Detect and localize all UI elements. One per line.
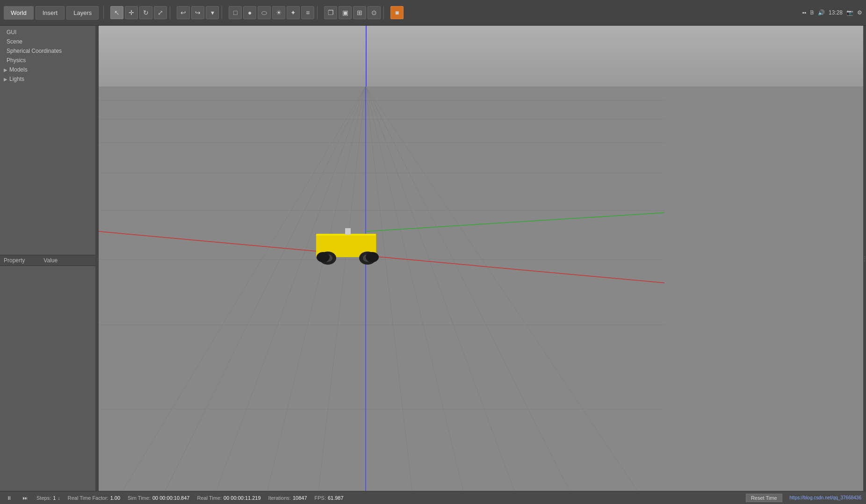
reset-time-button[interactable]: Reset Time — [746, 494, 782, 502]
sidebar-item-scene[interactable]: Scene — [0, 37, 95, 46]
sidebar-item-models[interactable]: ▶ Models — [0, 65, 95, 74]
sun-tool[interactable]: ☀ — [272, 6, 285, 19]
viewport-canvas — [99, 26, 863, 491]
toolbar-separator-1 — [103, 6, 104, 19]
fps: FPS: 61.987 — [315, 495, 344, 501]
toolbar-sim: ■ — [390, 6, 404, 19]
directional-light-tool[interactable]: ≡ — [301, 6, 314, 19]
vehicle-svg — [307, 220, 389, 271]
toolbar-separator-2 — [170, 6, 170, 19]
z-axis-sky — [366, 26, 367, 86]
clone-tool[interactable]: ❐ — [324, 6, 337, 19]
tab-insert[interactable]: Insert — [36, 6, 65, 20]
bluetooth-icon: 𝔹 — [810, 9, 814, 16]
record-tool[interactable]: ⊙ — [368, 6, 381, 19]
svg-line-10 — [202, 86, 366, 491]
property-col-label: Property — [4, 257, 25, 264]
sidebar-item-spherical-coords[interactable]: Spherical Coordinates — [0, 46, 95, 56]
svg-line-17 — [366, 86, 590, 491]
tab-world[interactable]: World — [4, 6, 34, 20]
redo-btn[interactable]: ↪ — [191, 6, 204, 19]
left-sidebar: GUI Scene Spherical Coordinates Physics … — [0, 26, 96, 491]
steps-value: 1 — [53, 495, 56, 501]
property-header: Property Value — [0, 255, 95, 266]
main-content: GUI Scene Spherical Coordinates Physics … — [0, 26, 866, 491]
toolbar-extra: ❐ ▣ ⊞ ⊙ — [324, 6, 381, 19]
toolbar-shapes: □ ● ⬭ ☀ ✦ ≡ — [229, 6, 314, 19]
rotate-tool[interactable]: ↻ — [139, 6, 152, 19]
sidebar-item-physics[interactable]: Physics — [0, 56, 95, 65]
url-text: https://blog.csdn.net/qq_37668436 — [790, 495, 861, 500]
svg-line-9 — [145, 86, 366, 491]
sidebar-item-lights[interactable]: ▶ Lights — [0, 74, 95, 84]
sim-time: Sim Time: 00 00:00:10.847 — [128, 495, 189, 501]
align-tool[interactable]: ⊞ — [353, 6, 366, 19]
right-resize-handle[interactable]: ⋮ — [863, 26, 866, 491]
svg-rect-23 — [345, 228, 351, 235]
world-panel: GUI Scene Spherical Coordinates Physics … — [0, 26, 95, 255]
svg-line-18 — [366, 86, 664, 491]
toolbar-separator-5 — [383, 6, 384, 19]
step-button[interactable]: ⏭ — [21, 494, 29, 502]
box-tool[interactable]: □ — [229, 6, 242, 19]
pause-button[interactable]: ⏸ — [5, 494, 13, 502]
top-right-icons: ▪▪ 𝔹 🔊 13:28 📷 ⚙ — [802, 9, 862, 16]
models-expand-arrow: ▶ — [4, 67, 7, 72]
sim-play-btn[interactable]: ■ — [390, 6, 404, 19]
iterations: Iterations: 10847 — [268, 495, 307, 501]
point-light-tool[interactable]: ✦ — [287, 6, 300, 19]
svg-line-11 — [258, 86, 366, 491]
scale-tool[interactable]: ⤢ — [154, 6, 167, 19]
svg-line-20 — [366, 213, 664, 231]
toolbar-history: ↩ ↪ ▾ — [177, 6, 219, 19]
real-time-factor: Real Time Factor: 1.00 — [68, 495, 120, 501]
toolbar-separator-4 — [317, 6, 318, 19]
snapshot-tool[interactable]: ▣ — [339, 6, 352, 19]
svg-line-12 — [314, 86, 366, 491]
value-col-label: Value — [43, 257, 58, 264]
translate-tool[interactable]: ✛ — [125, 6, 138, 19]
clock: 13:28 — [829, 9, 843, 16]
status-bar: ⏸ ⏭ Steps: 1 ↓ Real Time Factor: 1.00 Si… — [0, 491, 866, 504]
tab-layers[interactable]: Layers — [66, 6, 99, 20]
property-panel — [0, 266, 95, 491]
ground — [99, 86, 863, 491]
real-time-value: 00 00:00:11.219 — [224, 495, 261, 501]
fps-value: 61.987 — [328, 495, 344, 501]
real-time: Real Time: 00 00:00:11.219 — [197, 495, 260, 501]
sky — [99, 26, 863, 86]
sphere-tool[interactable]: ● — [243, 6, 256, 19]
svg-line-15 — [366, 86, 473, 491]
camera-icon: 📷 — [846, 9, 853, 16]
settings-icon: ⚙ — [857, 9, 862, 16]
sidebar-item-gui[interactable]: GUI — [0, 28, 95, 37]
svg-line-8 — [99, 86, 366, 491]
volume-icon: 🔊 — [818, 9, 825, 16]
rtf-value: 1.00 — [110, 495, 120, 501]
toolbar-separator-3 — [222, 6, 222, 19]
history-menu-btn[interactable]: ▾ — [206, 6, 219, 19]
undo-btn[interactable]: ↩ — [177, 6, 190, 19]
svg-point-30 — [366, 252, 379, 262]
svg-point-29 — [317, 252, 330, 262]
wifi-icon: ▪▪ — [802, 9, 806, 16]
toolbar-select-tools: ↖ ✛ ↻ ⤢ — [110, 6, 167, 19]
select-tool[interactable]: ↖ — [110, 6, 123, 19]
grid-svg — [99, 86, 863, 491]
iterations-value: 10847 — [293, 495, 307, 501]
sim-time-value: 00 00:00:10.847 — [152, 495, 190, 501]
svg-line-16 — [366, 86, 529, 491]
cylinder-tool[interactable]: ⬭ — [258, 6, 271, 19]
lights-expand-arrow: ▶ — [4, 77, 7, 82]
vehicle — [307, 220, 389, 273]
top-bar: World Insert Layers ↖ ✛ ↻ ⤢ ↩ ↪ ▾ □ ● ⬭ … — [0, 0, 866, 26]
steps-indicator: Steps: 1 ↓ — [36, 495, 60, 501]
viewport[interactable] — [99, 26, 863, 491]
svg-line-14 — [366, 86, 417, 491]
